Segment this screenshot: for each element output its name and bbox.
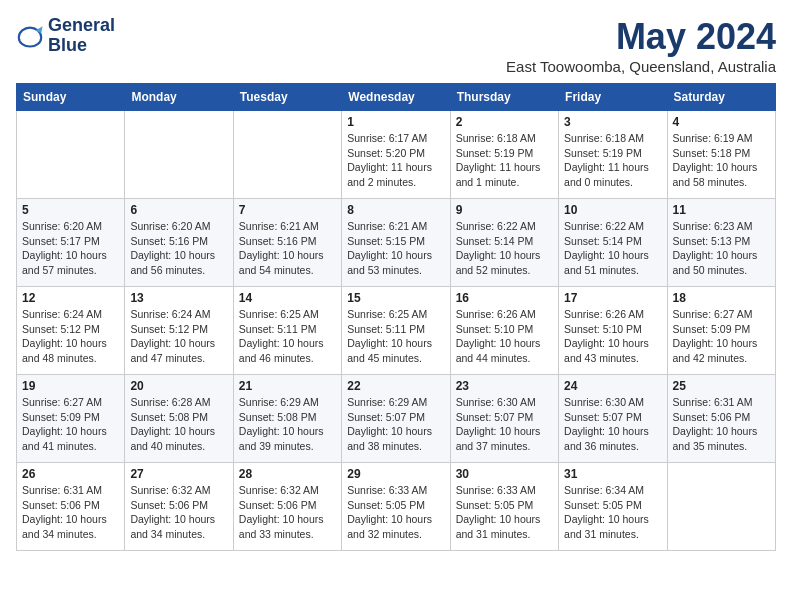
table-row: 22 Sunrise: 6:29 AMSunset: 5:07 PMDaylig… — [342, 375, 450, 463]
table-row: 27 Sunrise: 6:32 AMSunset: 5:06 PMDaylig… — [125, 463, 233, 551]
day-number: 23 — [456, 379, 553, 393]
cell-info: Sunrise: 6:20 AMSunset: 5:17 PMDaylight:… — [22, 219, 119, 278]
logo-icon — [16, 22, 44, 50]
day-number: 18 — [673, 291, 770, 305]
cell-info: Sunrise: 6:31 AMSunset: 5:06 PMDaylight:… — [673, 395, 770, 454]
day-number: 30 — [456, 467, 553, 481]
month-title: May 2024 — [506, 16, 776, 58]
day-number: 31 — [564, 467, 661, 481]
table-row: 13 Sunrise: 6:24 AMSunset: 5:12 PMDaylig… — [125, 287, 233, 375]
day-number: 27 — [130, 467, 227, 481]
table-row: 21 Sunrise: 6:29 AMSunset: 5:08 PMDaylig… — [233, 375, 341, 463]
day-number: 21 — [239, 379, 336, 393]
cell-info: Sunrise: 6:26 AMSunset: 5:10 PMDaylight:… — [564, 307, 661, 366]
header-friday: Friday — [559, 84, 667, 111]
cell-info: Sunrise: 6:33 AMSunset: 5:05 PMDaylight:… — [347, 483, 444, 542]
table-row: 29 Sunrise: 6:33 AMSunset: 5:05 PMDaylig… — [342, 463, 450, 551]
cell-info: Sunrise: 6:21 AMSunset: 5:15 PMDaylight:… — [347, 219, 444, 278]
day-number: 17 — [564, 291, 661, 305]
cell-info: Sunrise: 6:23 AMSunset: 5:13 PMDaylight:… — [673, 219, 770, 278]
calendar-week-row: 19 Sunrise: 6:27 AMSunset: 5:09 PMDaylig… — [17, 375, 776, 463]
day-number: 1 — [347, 115, 444, 129]
day-number: 2 — [456, 115, 553, 129]
header-tuesday: Tuesday — [233, 84, 341, 111]
table-row: 1 Sunrise: 6:17 AMSunset: 5:20 PMDayligh… — [342, 111, 450, 199]
cell-info: Sunrise: 6:32 AMSunset: 5:06 PMDaylight:… — [130, 483, 227, 542]
cell-info: Sunrise: 6:29 AMSunset: 5:08 PMDaylight:… — [239, 395, 336, 454]
day-number: 6 — [130, 203, 227, 217]
table-row: 18 Sunrise: 6:27 AMSunset: 5:09 PMDaylig… — [667, 287, 775, 375]
table-row: 3 Sunrise: 6:18 AMSunset: 5:19 PMDayligh… — [559, 111, 667, 199]
day-number: 5 — [22, 203, 119, 217]
day-number: 16 — [456, 291, 553, 305]
title-block: May 2024 East Toowoomba, Queensland, Aus… — [506, 16, 776, 75]
table-row: 7 Sunrise: 6:21 AMSunset: 5:16 PMDayligh… — [233, 199, 341, 287]
table-row: 23 Sunrise: 6:30 AMSunset: 5:07 PMDaylig… — [450, 375, 558, 463]
cell-info: Sunrise: 6:27 AMSunset: 5:09 PMDaylight:… — [22, 395, 119, 454]
cell-info: Sunrise: 6:20 AMSunset: 5:16 PMDaylight:… — [130, 219, 227, 278]
table-row — [125, 111, 233, 199]
cell-info: Sunrise: 6:24 AMSunset: 5:12 PMDaylight:… — [130, 307, 227, 366]
cell-info: Sunrise: 6:21 AMSunset: 5:16 PMDaylight:… — [239, 219, 336, 278]
cell-info: Sunrise: 6:18 AMSunset: 5:19 PMDaylight:… — [456, 131, 553, 190]
day-number: 10 — [564, 203, 661, 217]
header-monday: Monday — [125, 84, 233, 111]
location-subtitle: East Toowoomba, Queensland, Australia — [506, 58, 776, 75]
day-number: 8 — [347, 203, 444, 217]
table-row: 9 Sunrise: 6:22 AMSunset: 5:14 PMDayligh… — [450, 199, 558, 287]
cell-info: Sunrise: 6:30 AMSunset: 5:07 PMDaylight:… — [564, 395, 661, 454]
cell-info: Sunrise: 6:29 AMSunset: 5:07 PMDaylight:… — [347, 395, 444, 454]
day-number: 13 — [130, 291, 227, 305]
calendar-week-row: 26 Sunrise: 6:31 AMSunset: 5:06 PMDaylig… — [17, 463, 776, 551]
table-row: 19 Sunrise: 6:27 AMSunset: 5:09 PMDaylig… — [17, 375, 125, 463]
day-number: 29 — [347, 467, 444, 481]
table-row: 12 Sunrise: 6:24 AMSunset: 5:12 PMDaylig… — [17, 287, 125, 375]
logo: General Blue — [16, 16, 115, 56]
table-row: 4 Sunrise: 6:19 AMSunset: 5:18 PMDayligh… — [667, 111, 775, 199]
cell-info: Sunrise: 6:27 AMSunset: 5:09 PMDaylight:… — [673, 307, 770, 366]
cell-info: Sunrise: 6:26 AMSunset: 5:10 PMDaylight:… — [456, 307, 553, 366]
table-row: 6 Sunrise: 6:20 AMSunset: 5:16 PMDayligh… — [125, 199, 233, 287]
calendar-week-row: 1 Sunrise: 6:17 AMSunset: 5:20 PMDayligh… — [17, 111, 776, 199]
header-saturday: Saturday — [667, 84, 775, 111]
day-number: 4 — [673, 115, 770, 129]
calendar-header-row: Sunday Monday Tuesday Wednesday Thursday… — [17, 84, 776, 111]
table-row: 24 Sunrise: 6:30 AMSunset: 5:07 PMDaylig… — [559, 375, 667, 463]
table-row: 8 Sunrise: 6:21 AMSunset: 5:15 PMDayligh… — [342, 199, 450, 287]
table-row: 31 Sunrise: 6:34 AMSunset: 5:05 PMDaylig… — [559, 463, 667, 551]
header-sunday: Sunday — [17, 84, 125, 111]
page-header: General Blue May 2024 East Toowoomba, Qu… — [16, 16, 776, 75]
day-number: 11 — [673, 203, 770, 217]
cell-info: Sunrise: 6:19 AMSunset: 5:18 PMDaylight:… — [673, 131, 770, 190]
cell-info: Sunrise: 6:24 AMSunset: 5:12 PMDaylight:… — [22, 307, 119, 366]
header-wednesday: Wednesday — [342, 84, 450, 111]
day-number: 3 — [564, 115, 661, 129]
day-number: 7 — [239, 203, 336, 217]
cell-info: Sunrise: 6:17 AMSunset: 5:20 PMDaylight:… — [347, 131, 444, 190]
day-number: 19 — [22, 379, 119, 393]
table-row — [17, 111, 125, 199]
cell-info: Sunrise: 6:33 AMSunset: 5:05 PMDaylight:… — [456, 483, 553, 542]
table-row: 26 Sunrise: 6:31 AMSunset: 5:06 PMDaylig… — [17, 463, 125, 551]
day-number: 9 — [456, 203, 553, 217]
table-row: 16 Sunrise: 6:26 AMSunset: 5:10 PMDaylig… — [450, 287, 558, 375]
table-row: 25 Sunrise: 6:31 AMSunset: 5:06 PMDaylig… — [667, 375, 775, 463]
day-number: 26 — [22, 467, 119, 481]
cell-info: Sunrise: 6:31 AMSunset: 5:06 PMDaylight:… — [22, 483, 119, 542]
table-row: 17 Sunrise: 6:26 AMSunset: 5:10 PMDaylig… — [559, 287, 667, 375]
table-row: 10 Sunrise: 6:22 AMSunset: 5:14 PMDaylig… — [559, 199, 667, 287]
table-row — [667, 463, 775, 551]
cell-info: Sunrise: 6:18 AMSunset: 5:19 PMDaylight:… — [564, 131, 661, 190]
day-number: 14 — [239, 291, 336, 305]
cell-info: Sunrise: 6:32 AMSunset: 5:06 PMDaylight:… — [239, 483, 336, 542]
table-row: 11 Sunrise: 6:23 AMSunset: 5:13 PMDaylig… — [667, 199, 775, 287]
table-row: 28 Sunrise: 6:32 AMSunset: 5:06 PMDaylig… — [233, 463, 341, 551]
cell-info: Sunrise: 6:25 AMSunset: 5:11 PMDaylight:… — [347, 307, 444, 366]
cell-info: Sunrise: 6:22 AMSunset: 5:14 PMDaylight:… — [456, 219, 553, 278]
day-number: 12 — [22, 291, 119, 305]
calendar-table: Sunday Monday Tuesday Wednesday Thursday… — [16, 83, 776, 551]
table-row: 30 Sunrise: 6:33 AMSunset: 5:05 PMDaylig… — [450, 463, 558, 551]
table-row — [233, 111, 341, 199]
table-row: 2 Sunrise: 6:18 AMSunset: 5:19 PMDayligh… — [450, 111, 558, 199]
calendar-week-row: 12 Sunrise: 6:24 AMSunset: 5:12 PMDaylig… — [17, 287, 776, 375]
